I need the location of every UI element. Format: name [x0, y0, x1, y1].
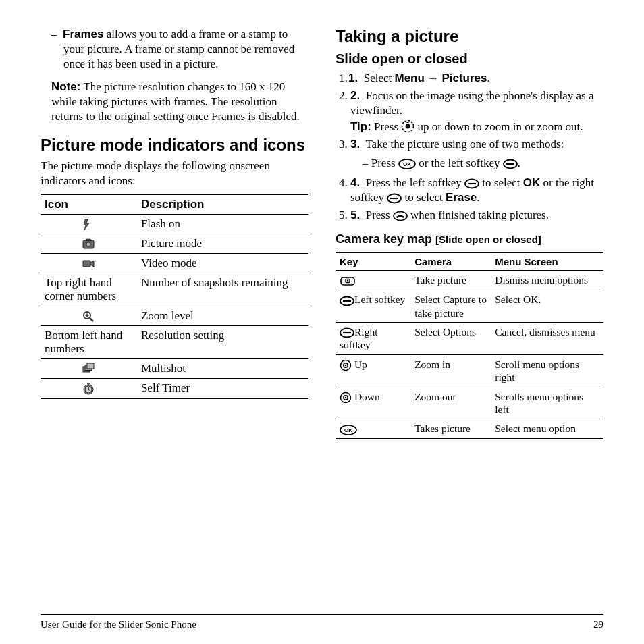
- table-row: Multishot: [41, 359, 308, 379]
- ok-icon: [340, 425, 357, 435]
- table-row: Top right hand corner numbersNumber of s…: [41, 273, 308, 306]
- menuscreen-cell: Cancel, dismisses menu: [491, 323, 603, 355]
- slide-heading: Slide open or closed: [336, 51, 603, 67]
- key-cell: Left softkey: [336, 290, 410, 323]
- note-label: Note:: [51, 80, 80, 93]
- keymap-table: Key Camera Menu Screen Take pictureDismi…: [336, 252, 603, 439]
- camera-cell: Takes picture: [410, 419, 491, 439]
- flash-icon: [82, 219, 95, 231]
- table-row: Right softkeySelect OptionsCancel, dismi…: [336, 323, 603, 355]
- table-row: Zoom level: [41, 306, 308, 326]
- nav-icon: [340, 392, 352, 404]
- frames-bullet: – Frames allows you to add a frame or a …: [41, 27, 308, 72]
- step-1: 1. Select Menu → Pictures.: [350, 71, 603, 86]
- note-text: The picture resolution changes to 160 x …: [51, 80, 300, 123]
- table-row: Video mode: [41, 253, 308, 273]
- zoom-icon: [82, 311, 95, 323]
- desc-cell: Multishot: [137, 359, 308, 379]
- softkey-icon: [387, 193, 402, 204]
- softkey-icon: [340, 296, 354, 306]
- frames-label: Frames: [63, 28, 103, 41]
- icons-table: Icon Description Flash onPicture modeVid…: [41, 194, 308, 400]
- menuscreen-cell: Select OK.: [491, 290, 603, 323]
- footer-title: User Guide for the Slider Sonic Phone: [41, 619, 196, 630]
- selftimer-icon: [82, 383, 95, 395]
- ok-key-icon: [398, 159, 416, 169]
- desc-cell: Self Timer: [137, 379, 308, 399]
- camera-cell: Zoom out: [410, 387, 491, 419]
- right-column: Taking a picture Slide open or closed 1.…: [336, 27, 603, 439]
- softkey-icon: [340, 327, 354, 338]
- menuscreen-cell: Dismiss menu options: [491, 270, 603, 290]
- footer: User Guide for the Slider Sonic Phone 29: [41, 614, 603, 630]
- desc-cell: Video mode: [137, 253, 308, 273]
- softkey-icon: [464, 178, 479, 189]
- picture-icon: [82, 238, 95, 250]
- key-cell: [336, 419, 410, 439]
- table-row: Left softkeySelect Capture to take pictu…: [336, 290, 603, 323]
- end-key-icon: [393, 211, 408, 221]
- keymap-heading: Camera key map [Slide open or closed]: [336, 232, 603, 246]
- key-cell: Up: [336, 354, 410, 387]
- key-cell: Down: [336, 387, 410, 419]
- table-row: DownZoom outScrolls menu options left: [336, 387, 603, 419]
- camera-cell: Take picture: [410, 270, 491, 290]
- camera-cell: Select Options: [410, 323, 491, 355]
- step-2: 2. Focus on the image using the phone's …: [350, 88, 603, 134]
- kth-cam: Camera: [410, 252, 491, 271]
- desc-cell: Number of snapshots remaining: [137, 273, 308, 306]
- desc-cell: Resolution setting: [137, 326, 308, 359]
- step-3a: – Press or the left softkey .: [350, 156, 603, 171]
- taking-picture-heading: Taking a picture: [336, 27, 603, 46]
- th-icon: Icon: [41, 194, 137, 215]
- tip: Tip: Press up or down to zoom in or zoom…: [350, 119, 603, 134]
- nav-icon: [340, 359, 352, 371]
- menuscreen-cell: Scrolls menu options left: [491, 387, 603, 419]
- table-row: Bottom left hand numbersResolution setti…: [41, 326, 308, 359]
- key-cell: [336, 270, 410, 290]
- icon-text-cell: Bottom left hand numbers: [41, 326, 137, 359]
- multishot-icon: [82, 363, 95, 375]
- desc-cell: Flash on: [137, 214, 308, 234]
- icons-heading: Picture mode indicators and icons: [41, 136, 308, 155]
- left-column: – Frames allows you to add a frame or a …: [41, 27, 308, 439]
- icon-text-cell: Top right hand corner numbers: [41, 273, 137, 306]
- nav-key-icon: [401, 119, 414, 133]
- note: Note: The picture resolution changes to …: [41, 80, 308, 124]
- step-4: 4. Press the left softkey to select OK o…: [350, 176, 603, 205]
- th-desc: Description: [137, 194, 308, 215]
- key-cell: Right softkey: [336, 323, 410, 355]
- menuscreen-cell: Scroll menu options right: [491, 354, 603, 387]
- softkey-icon: [503, 159, 518, 169]
- table-row: Picture mode: [41, 234, 308, 253]
- video-icon: [82, 258, 95, 270]
- step-5: 5. Press when finished taking pictures.: [350, 208, 603, 223]
- table-row: UpZoom inScroll menu options right: [336, 354, 603, 387]
- table-row: Flash on: [41, 214, 308, 234]
- table-row: Takes pictureSelect menu option: [336, 419, 603, 439]
- camera-key-icon: [340, 275, 356, 287]
- page-number: 29: [593, 619, 603, 630]
- icons-intro: The picture mode displays the following …: [41, 159, 308, 188]
- menuscreen-cell: Select menu option: [491, 419, 603, 439]
- camera-cell: Zoom in: [410, 354, 491, 387]
- table-row: Self Timer: [41, 379, 308, 399]
- desc-cell: Picture mode: [137, 234, 308, 253]
- step-3: 3. Take the picture using one of two met…: [350, 137, 603, 171]
- desc-cell: Zoom level: [137, 306, 308, 326]
- camera-cell: Select Capture to take picture: [410, 290, 491, 323]
- kth-key: Key: [336, 252, 410, 271]
- table-row: Take pictureDismiss menu options: [336, 270, 603, 290]
- steps: 1. Select Menu → Pictures. 2. Focus on t…: [336, 71, 603, 223]
- kth-ms: Menu Screen: [491, 252, 603, 271]
